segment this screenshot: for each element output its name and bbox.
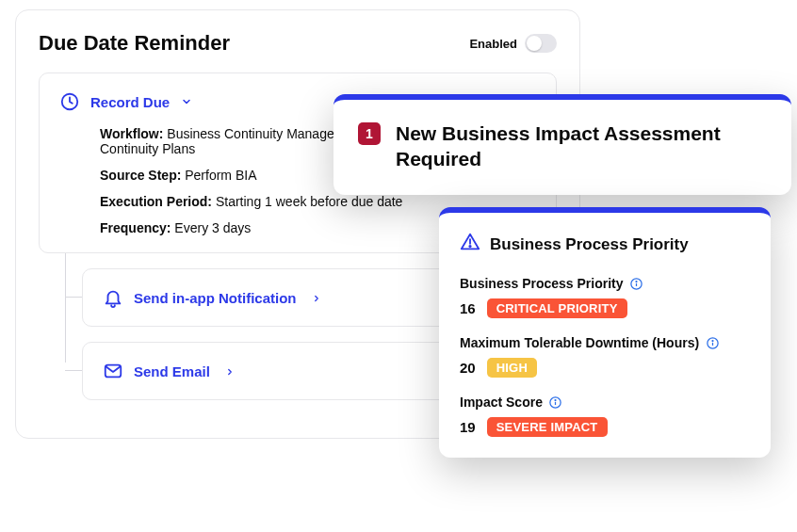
priority-pill: HIGH [487, 358, 537, 378]
notification-card[interactable]: 1 New Business Impact Assessment Require… [333, 94, 791, 195]
metric-label-row: Impact Score [460, 395, 750, 410]
mail-icon [102, 360, 124, 382]
source-step-key: Source Step: [100, 168, 181, 183]
chevron-right-icon [312, 290, 321, 306]
metric-label: Maximum Tolerable Downtime (Hours) [460, 335, 699, 350]
send-email-label: Send Email [134, 363, 210, 379]
metric-label-row: Business Process Priority [460, 276, 750, 291]
enabled-label: Enabled [469, 37, 517, 51]
info-icon[interactable] [705, 335, 720, 350]
metric-value-row: 20 HIGH [460, 358, 750, 378]
metric-value-row: 19 SEVERE IMPACT [460, 417, 750, 437]
clock-icon [58, 90, 81, 113]
enabled-toggle-group: Enabled [469, 34, 557, 53]
priority-pill: SEVERE IMPACT [487, 417, 608, 437]
notification-badge: 1 [358, 122, 381, 145]
metric-label: Impact Score [460, 395, 543, 410]
metric-label-row: Maximum Tolerable Downtime (Hours) [460, 335, 750, 350]
priority-card-header: Business Process Priority [460, 232, 750, 257]
source-step-value: Perform BIA [185, 168, 256, 183]
workflow-key: Workflow: [100, 126, 163, 141]
execution-period-key: Execution Period: [100, 194, 212, 209]
metric-value-row: 16 CRITICAL PRIORITY [460, 298, 750, 318]
chevron-right-icon [225, 363, 235, 379]
enabled-toggle[interactable] [525, 34, 557, 53]
info-icon[interactable] [548, 395, 563, 410]
metric-priority: Business Process Priority 16 CRITICAL PR… [460, 276, 750, 318]
info-icon[interactable] [629, 276, 644, 291]
svg-point-12 [555, 399, 556, 400]
svg-point-9 [712, 340, 713, 341]
svg-point-6 [636, 281, 637, 282]
priority-pill: CRITICAL PRIORITY [487, 298, 627, 318]
metric-value: 16 [460, 300, 476, 316]
card-header: Due Date Reminder Enabled [39, 31, 557, 56]
in-app-notification-label: Send in-app Notification [134, 290, 297, 306]
record-due-title: Record Due [90, 94, 170, 110]
execution-period-value: Starting 1 week before due date [216, 194, 402, 209]
business-process-priority-card: Business Process Priority Business Proce… [439, 207, 771, 458]
frequency-key: Frequency: [100, 220, 171, 235]
notification-title: New Business Impact Assessment Required [396, 121, 767, 172]
metric-value: 19 [460, 419, 476, 435]
metric-downtime: Maximum Tolerable Downtime (Hours) 20 HI… [460, 335, 750, 378]
bell-icon [102, 286, 124, 309]
metric-value: 20 [460, 360, 476, 376]
priority-header-title: Business Process Priority [490, 235, 689, 254]
metric-label: Business Process Priority [460, 276, 624, 291]
frequency-value: Every 3 days [174, 220, 251, 235]
chevron-down-icon [181, 94, 192, 110]
metric-impact: Impact Score 19 SEVERE IMPACT [460, 395, 750, 437]
warning-icon [460, 232, 480, 257]
svg-point-3 [469, 246, 470, 247]
card-title: Due Date Reminder [39, 31, 230, 56]
